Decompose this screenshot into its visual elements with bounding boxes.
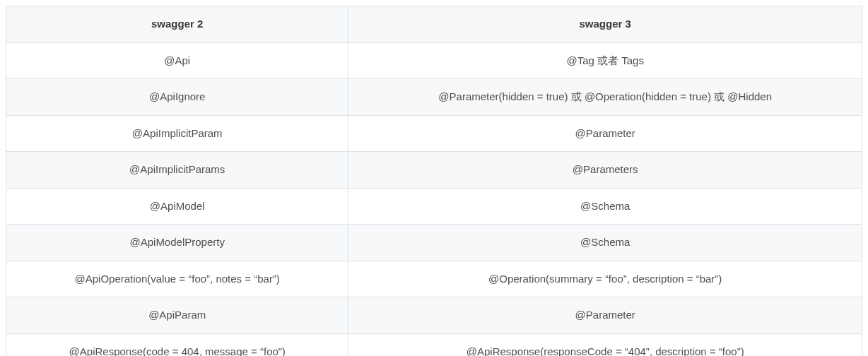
- table-header-row: swagger 2 swagger 3: [6, 6, 862, 43]
- cell-swagger2: @ApiOperation(value = “foo”, notes = “ba…: [6, 261, 348, 297]
- cell-swagger3: @Schema: [348, 225, 862, 261]
- cell-swagger3: @Parameter(hidden = true) 或 @Operation(h…: [348, 79, 862, 116]
- cell-swagger3: @Parameter: [348, 297, 862, 334]
- table-row: @ApiParam @Parameter: [6, 297, 862, 334]
- cell-swagger2: @ApiImplicitParams: [6, 152, 348, 189]
- table-row: @ApiIgnore @Parameter(hidden = true) 或 @…: [6, 79, 862, 116]
- table-row: @ApiImplicitParam @Parameter: [6, 115, 862, 152]
- comparison-table: swagger 2 swagger 3 @Api @Tag 或者 Tags @A…: [6, 6, 862, 356]
- cell-swagger3: @Parameters: [348, 152, 862, 189]
- table-row: @ApiOperation(value = “foo”, notes = “ba…: [6, 261, 862, 297]
- cell-swagger2: @ApiIgnore: [6, 79, 348, 116]
- header-swagger3: swagger 3: [348, 6, 862, 43]
- cell-swagger3: @ApiResponse(responseCode = “404”, descr…: [348, 333, 862, 356]
- cell-swagger2: @ApiModelProperty: [6, 225, 348, 261]
- cell-swagger2: @ApiModel: [6, 188, 348, 225]
- cell-swagger2: @Api: [6, 42, 348, 79]
- header-swagger2: swagger 2: [6, 6, 348, 43]
- table-row: @ApiImplicitParams @Parameters: [6, 152, 862, 189]
- cell-swagger2: @ApiImplicitParam: [6, 115, 348, 152]
- cell-swagger3: @Schema: [348, 188, 862, 225]
- cell-swagger2: @ApiParam: [6, 297, 348, 334]
- table-row: @ApiModel @Schema: [6, 188, 862, 225]
- table-row: @ApiResponse(code = 404, message = “foo”…: [6, 333, 862, 356]
- cell-swagger3: @Operation(summary = “foo”, description …: [348, 261, 862, 297]
- cell-swagger3: @Tag 或者 Tags: [348, 42, 862, 79]
- cell-swagger2: @ApiResponse(code = 404, message = “foo”…: [6, 333, 348, 356]
- table-row: @Api @Tag 或者 Tags: [6, 42, 862, 79]
- table-row: @ApiModelProperty @Schema: [6, 225, 862, 261]
- cell-swagger3: @Parameter: [348, 115, 862, 152]
